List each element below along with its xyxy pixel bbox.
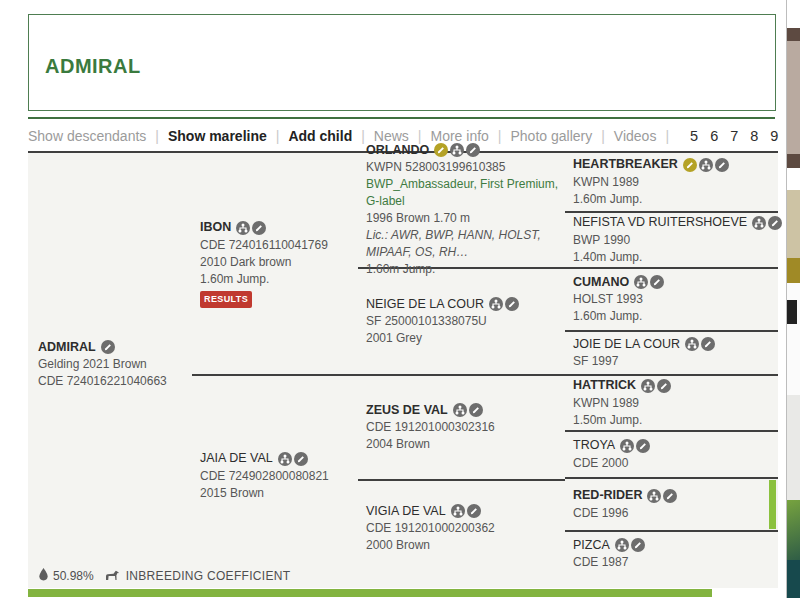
pedigree-icon[interactable] xyxy=(615,538,629,552)
pedigree-icon[interactable] xyxy=(685,337,699,351)
pedigree-icon[interactable] xyxy=(634,275,648,289)
pedigree-cell-sires-sire: ORLANDO KWPN 528003199610385 BWP_Ambassa… xyxy=(358,153,565,269)
generation-8-link[interactable]: 8 xyxy=(750,128,758,144)
toolbar-separator: | xyxy=(276,128,280,144)
toolbar-separator: | xyxy=(665,128,669,144)
horse-name: VIGIA DE VAL xyxy=(366,503,446,521)
inbreeding-value: 50.98% xyxy=(53,569,94,583)
generation-selector: 5 6 7 8 9 xyxy=(678,128,778,144)
generation-5-link[interactable]: 5 xyxy=(690,128,698,144)
premium-edit-icon[interactable] xyxy=(683,158,697,172)
horse-detail: 2000 Brown xyxy=(366,537,565,554)
toolbar-separator: | xyxy=(361,128,365,144)
edit-icon[interactable] xyxy=(701,337,715,351)
pedigree-icon[interactable] xyxy=(236,221,250,235)
pedigree-cell-gen4-4: JOIE DE LA COUR SF 1997 xyxy=(565,332,778,374)
pedigree-cell-gen4-6: TROYA CDE 2000 xyxy=(565,432,778,479)
horse-detail: 1.60m Jump. xyxy=(573,308,778,325)
horse-detail: CDE 724902800080821 xyxy=(200,468,358,485)
edit-icon[interactable] xyxy=(252,221,266,235)
horse-licenses: Lic.: AWR, BWP, HANN, HOLST, MIPAAF, OS,… xyxy=(366,227,565,261)
pedigree-icon[interactable] xyxy=(620,439,634,453)
edit-icon[interactable] xyxy=(467,504,481,518)
page-title: ADMIRAL xyxy=(45,55,141,78)
edit-icon[interactable] xyxy=(469,403,483,417)
inbreeding-label: INBREEDING COEFFICIENT xyxy=(126,569,291,583)
horse-detail: CDE 1996 xyxy=(573,505,778,522)
horse-detail: CDE 724016221040663 xyxy=(38,373,192,390)
horse-detail: SF 1997 xyxy=(573,353,778,370)
horse-detail: SF 25000101338075U xyxy=(366,313,565,330)
photo-thumbnail-fragment xyxy=(787,330,800,395)
pedigree-cell-sires-dam: NEIGE DE LA COUR SF 25000101338075U 2001… xyxy=(358,269,565,374)
horse-name: HATTRICK xyxy=(573,377,636,395)
edit-icon[interactable] xyxy=(715,158,729,172)
generation-9-link[interactable]: 9 xyxy=(770,128,778,144)
edit-icon[interactable] xyxy=(768,216,782,230)
horse-name: HEARTBREAKER xyxy=(573,156,678,174)
inbreeding-coefficient: 50.98% INBREEDING COEFFICIENT xyxy=(38,568,290,584)
horse-detail: 1.40m Jump. xyxy=(573,249,778,266)
toolbar-separator: | xyxy=(155,128,159,144)
pedigree-icon[interactable] xyxy=(489,297,503,311)
edit-icon[interactable] xyxy=(650,275,664,289)
horse-detail: Gelding 2021 Brown xyxy=(38,356,192,373)
edit-icon[interactable] xyxy=(663,489,677,503)
edit-icon[interactable] xyxy=(101,340,115,354)
pedigree-icon[interactable] xyxy=(451,504,465,518)
pedigree-icon[interactable] xyxy=(641,379,655,393)
photo-thumbnail-fragment[interactable] xyxy=(787,190,800,258)
horse-name: ZEUS DE VAL xyxy=(366,402,448,420)
horse-detail: 2004 Brown xyxy=(366,436,565,453)
horse-detail: 2015 Brown xyxy=(200,485,358,502)
horse-detail: KWPN 1989 xyxy=(573,395,778,412)
edit-icon[interactable] xyxy=(505,297,519,311)
pedigree-cell-gen4-1: HEARTBREAKER KWPN 1989 1.60m Jump. xyxy=(565,153,778,213)
edit-icon[interactable] xyxy=(657,379,671,393)
horse-detail: CDE 2000 xyxy=(573,455,778,472)
photo-thumbnail-fragment[interactable] xyxy=(787,28,800,168)
pedigree-icon[interactable] xyxy=(278,452,292,466)
pedigree-cell-dams-sire: ZEUS DE VAL CDE 191201000302316 2004 Bro… xyxy=(358,376,565,481)
generation-6-link[interactable]: 6 xyxy=(710,128,718,144)
toolbar-item-add-child[interactable]: Add child xyxy=(288,128,352,144)
horse-name: PIZCA xyxy=(573,537,610,555)
horse-detail: 2001 Grey xyxy=(366,330,565,347)
pedigree-icon[interactable] xyxy=(453,403,467,417)
horse-name: ORLANDO xyxy=(366,142,429,160)
edit-icon[interactable] xyxy=(294,452,308,466)
horse-detail: CDE 724016110041769 xyxy=(200,237,358,254)
horse-detail: 1.50m Jump. xyxy=(573,412,778,429)
photo-thumbnail-fragment[interactable] xyxy=(787,258,800,283)
horse-name: TROYA xyxy=(573,437,615,455)
edit-icon[interactable] xyxy=(636,439,650,453)
horse-detail: 1.60m Jump. xyxy=(200,271,358,288)
photo-thumbnail-fragment[interactable] xyxy=(787,283,800,330)
pedigree-icon[interactable] xyxy=(450,143,464,157)
pedigree-icon[interactable] xyxy=(647,489,661,503)
toolbar-item-show-descendants[interactable]: Show descendants xyxy=(28,128,146,144)
horse-header-panel: ADMIRAL xyxy=(28,14,776,111)
horse-name: CUMANO xyxy=(573,274,629,292)
horse-name: NEFISTA VD RUITERSHOEVE xyxy=(573,214,747,232)
edit-icon[interactable] xyxy=(631,538,645,552)
pedigree-cell-gen4-2: NEFISTA VD RUITERSHOEVE BWP 1990 1.40m J… xyxy=(565,213,778,269)
horse-detail: BWP 1990 xyxy=(573,232,778,249)
mareline-highlight-bar xyxy=(769,480,776,529)
pedigree-table: ADMIRAL Gelding 2021 Brown CDE 724016221… xyxy=(28,151,778,588)
premium-edit-icon[interactable] xyxy=(434,143,448,157)
edit-icon[interactable] xyxy=(466,143,480,157)
horse-labels: BWP_Ambassadeur, First Premium, G-label xyxy=(366,176,565,210)
generation-7-link[interactable]: 7 xyxy=(730,128,738,144)
photo-thumbnail-fragment[interactable] xyxy=(787,560,800,598)
pedigree-icon[interactable] xyxy=(752,216,766,230)
photo-thumbnail-fragment[interactable] xyxy=(787,500,800,560)
horse-name: RED-RIDER xyxy=(573,487,642,505)
horse-detail: KWPN 528003199610385 xyxy=(366,159,565,176)
toolbar-item-show-mareline[interactable]: Show mareline xyxy=(168,128,267,144)
toolbar-item-videos[interactable]: Videos xyxy=(614,128,657,144)
results-badge[interactable]: RESULTS xyxy=(200,291,252,308)
pedigree-cell-dam: JAIA DE VAL CDE 724902800080821 2015 Bro… xyxy=(192,376,358,576)
horse-detail: KWPN 1989 xyxy=(573,174,778,191)
pedigree-icon[interactable] xyxy=(699,158,713,172)
